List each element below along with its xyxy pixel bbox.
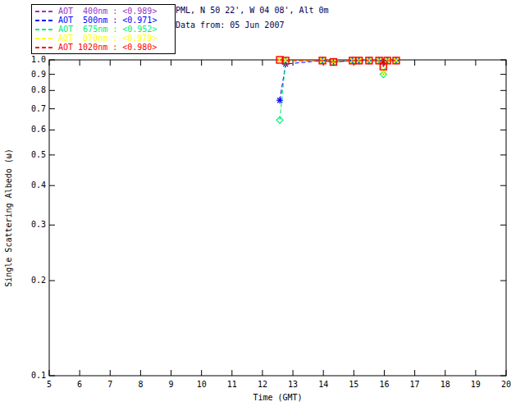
y-axis-title: Single Scattering Albedo (ω) (4, 148, 13, 287)
y-tick-label: 0.8 (31, 85, 46, 94)
x-tick-label: 17 (410, 380, 420, 389)
ssa-time-plot: 5678910111213141516171819201.00.90.80.70… (0, 0, 525, 420)
axes: 5678910111213141516171819201.00.90.80.70… (4, 55, 511, 402)
x-tick-label: 11 (227, 380, 237, 389)
x-tick-label: 10 (197, 380, 207, 389)
x-tick-label: 16 (379, 380, 389, 389)
series-line (280, 61, 396, 100)
plot-frame (49, 60, 506, 376)
series-line (280, 61, 396, 121)
x-tick-label: 8 (138, 380, 143, 389)
x-tick-label: 20 (501, 380, 511, 389)
y-tick-label: 0.5 (31, 150, 46, 159)
x-tick-label: 13 (288, 380, 298, 389)
x-axis-title: Time (GMT) (253, 393, 302, 402)
x-tick-label: 6 (77, 380, 82, 389)
y-tick-label: 0.4 (31, 180, 46, 189)
x-tick-label: 15 (349, 380, 358, 389)
x-tick-label: 12 (258, 380, 267, 389)
y-tick-label: 0.3 (31, 220, 46, 229)
x-tick-label: 7 (107, 380, 112, 389)
x-tick-label: 5 (47, 380, 52, 389)
x-tick-label: 9 (169, 380, 174, 389)
x-tick-label: 19 (471, 380, 481, 389)
y-tick-label: 0.7 (31, 104, 46, 113)
y-tick-label: 0.2 (31, 276, 46, 285)
x-tick-label: 14 (318, 380, 328, 389)
y-tick-label: 0.1 (31, 371, 46, 380)
x-tick-label: 18 (441, 380, 450, 389)
y-tick-label: 1.0 (31, 55, 46, 64)
y-tick-label: 0.9 (31, 70, 46, 79)
y-tick-label: 0.6 (31, 125, 46, 134)
